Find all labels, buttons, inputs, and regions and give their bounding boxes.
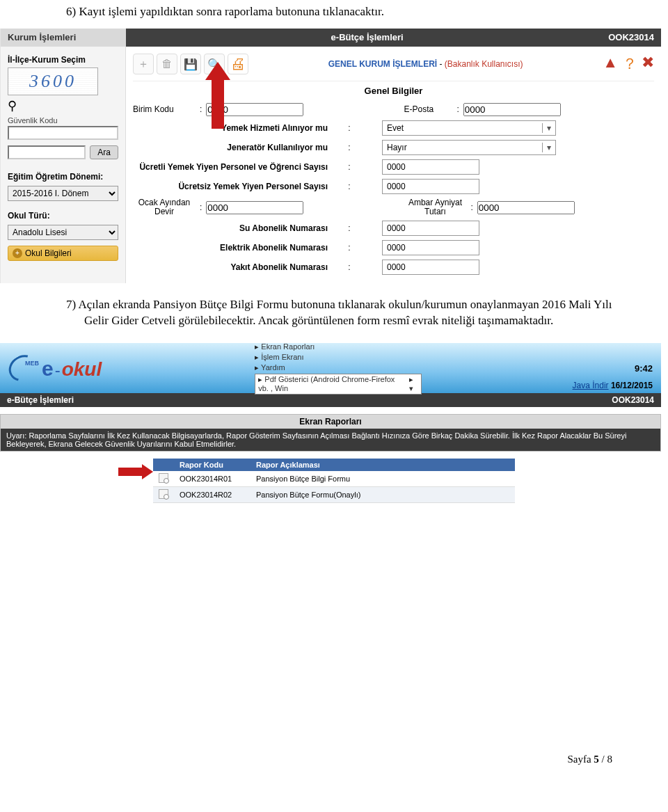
jen-select[interactable]: Hayır▾ bbox=[382, 140, 556, 155]
guvenlik-label: Güvenlik Kodu bbox=[8, 116, 118, 125]
ucretli-label: Ücretli Yemek Yiyen Personel ve Öğrenci … bbox=[133, 162, 342, 172]
cell-rapor-kodu: OOK23014R01 bbox=[174, 471, 250, 487]
help-icon[interactable]: ？ bbox=[622, 54, 637, 74]
birim-label: Birim Kodu bbox=[133, 104, 196, 114]
report-table: Rapor Kodu Rapor Açıklaması OOK23014R01 … bbox=[153, 459, 515, 503]
header-right: OOK23014 bbox=[608, 32, 661, 42]
red-arrow-up bbox=[205, 62, 230, 129]
guvenlik-input[interactable] bbox=[8, 126, 118, 140]
breadcrumb-main: GENEL KURUM İŞLEMLERİ bbox=[328, 59, 437, 69]
link-ekran-raporlari[interactable]: Ekran Raporları bbox=[255, 342, 422, 351]
logo-e: e bbox=[42, 357, 54, 381]
logo-dash: - bbox=[55, 360, 61, 380]
add-icon[interactable]: ＋ bbox=[133, 54, 154, 74]
th-rapor-aciklama: Rapor Açıklaması bbox=[250, 459, 515, 471]
logo-okul: okul bbox=[62, 358, 102, 381]
ambar-input[interactable] bbox=[477, 201, 575, 214]
trash-icon[interactable]: 🗑 bbox=[157, 54, 177, 74]
ucretsiz-label: Ücretsiz Yemek Yiyen Personel Sayısı bbox=[133, 182, 342, 191]
cell-rapor-aciklama: Pansiyon Bütçe Formu(Onaylı) bbox=[250, 487, 515, 503]
pdf-viewer-select[interactable]: Pdf Gösterici (Android Chrome-Firefox vb… bbox=[255, 374, 422, 395]
th-rapor-kodu: Rapor Kodu bbox=[174, 459, 250, 471]
doc-step-7: 7) Açılan ekranda Pansiyon Bütçe Bilgi F… bbox=[0, 293, 668, 337]
ocak-input[interactable] bbox=[206, 201, 303, 214]
warning-icon[interactable]: ▲ bbox=[603, 54, 618, 74]
yemek-label: Yemek Hizmeti Alınıyor mu bbox=[133, 123, 342, 133]
chevron-down-icon: ▾ bbox=[409, 375, 418, 393]
tur-label: Okul Türü: bbox=[8, 211, 118, 221]
content-area: ＋ 🗑 💾 🔍 🖨 GENEL KURUM İŞLEMLERİ - (Bakan… bbox=[126, 47, 661, 283]
table-row[interactable]: OOK23014R01 Pansiyon Bütçe Bilgi Formu bbox=[153, 471, 515, 487]
table-header-row: Rapor Kodu Rapor Açıklaması bbox=[153, 459, 515, 471]
print-icon[interactable]: 🖨 bbox=[228, 54, 248, 74]
header-left: Kurum İşlemleri bbox=[1, 29, 126, 47]
banner-links: Ekran Raporları İşlem Ekranı Yardım Pdf … bbox=[255, 342, 422, 395]
link-yardim[interactable]: Yardım bbox=[255, 363, 422, 372]
time-display: 9:42 bbox=[635, 363, 653, 374]
ara-button[interactable]: Ara bbox=[90, 145, 118, 159]
save-icon[interactable]: 💾 bbox=[180, 54, 201, 74]
search-input[interactable] bbox=[8, 145, 86, 159]
link-islem-ekrani[interactable]: İşlem Ekranı bbox=[255, 353, 422, 362]
cell-rapor-aciklama: Pansiyon Bütçe Bilgi Formu bbox=[250, 471, 515, 487]
yakit-input[interactable] bbox=[382, 260, 479, 275]
chevron-down-icon: ▾ bbox=[542, 143, 551, 152]
sidebar: İl-İlçe-Kurum Seçim 3600 ⚲ Güvenlik Kodu… bbox=[1, 47, 126, 283]
page-number: Sayfa 5 / 8 bbox=[0, 754, 668, 779]
report-icon[interactable] bbox=[159, 489, 168, 499]
report-icon[interactable] bbox=[159, 473, 168, 483]
subheader-right: OOK23014 bbox=[612, 395, 654, 405]
subheader-bar: e-Bütçe İşlemleri OOK23014 bbox=[0, 393, 661, 407]
breadcrumb-sep: - bbox=[437, 59, 445, 69]
java-link-wrap: Java İndir 16/12/2015 bbox=[573, 381, 653, 390]
elektrik-label: Elektrik Abonelik Numarası bbox=[133, 243, 342, 253]
sidebar-secim-label: İl-İlçe-Kurum Seçim bbox=[8, 55, 118, 65]
screenshot-form: Kurum İşlemleri e-Bütçe İşlemleri OOK230… bbox=[0, 29, 661, 283]
screenshot-eokul: MEB e - okul Ekran Raporları İşlem Ekran… bbox=[0, 343, 661, 503]
yakit-label: Yakıt Abonelik Numarası bbox=[133, 262, 342, 272]
captcha-image: 3600 bbox=[8, 67, 98, 95]
elektrik-input[interactable] bbox=[382, 240, 479, 255]
su-input[interactable] bbox=[382, 221, 479, 236]
java-download-link[interactable]: Java İndir bbox=[573, 381, 609, 390]
eokul-logo: MEB e - okul bbox=[8, 356, 102, 381]
accordion-label: Okul Bilgileri bbox=[25, 248, 72, 258]
donem-select[interactable]: 2015-2016 I. Dönem bbox=[8, 186, 118, 201]
su-label: Su Abonelik Numarası bbox=[133, 223, 342, 233]
ambar-label: Ambar Ayniyat Tutarı bbox=[404, 198, 467, 216]
ucretli-input[interactable] bbox=[382, 159, 479, 175]
chevron-down-icon: ▾ bbox=[542, 123, 551, 133]
subheader-left: e-Bütçe İşlemleri bbox=[7, 395, 74, 405]
jen-label: Jeneratör Kullanılıyor mu bbox=[133, 143, 342, 152]
breadcrumb-user: (Bakanlık Kullanıcısı) bbox=[445, 59, 523, 69]
warning-bar: Uyarı: Raporlama Sayfalarını İlk Kez Kul… bbox=[0, 429, 661, 452]
header-center: e-Bütçe İşlemleri bbox=[126, 32, 608, 42]
ocak-label: Ocak Ayından Devir bbox=[133, 198, 196, 216]
red-arrow-right bbox=[118, 464, 153, 479]
refresh-icon[interactable]: ⚲ bbox=[8, 98, 17, 113]
yemek-select[interactable]: Evet▾ bbox=[382, 120, 556, 136]
ucretsiz-input[interactable] bbox=[382, 179, 479, 194]
donem-label: Eğitim Öğretim Dönemi: bbox=[8, 172, 118, 182]
plus-icon: + bbox=[13, 248, 22, 258]
tur-select[interactable]: Anadolu Lisesi bbox=[8, 225, 118, 240]
table-row[interactable]: OOK23014R02 Pansiyon Bütçe Formu(Onaylı) bbox=[153, 487, 515, 503]
doc-step-6: 6) Kayıt işlemi yapıldıktan sonra raporl… bbox=[0, 0, 668, 29]
accordion-okul-bilgileri[interactable]: + Okul Bilgileri bbox=[8, 246, 118, 261]
date-display: 16/12/2015 bbox=[609, 381, 653, 390]
panel-title: Ekran Raporları bbox=[0, 414, 661, 429]
cell-rapor-kodu: OOK23014R02 bbox=[174, 487, 250, 503]
eposta-input[interactable] bbox=[463, 103, 561, 116]
close-icon[interactable]: ✖ bbox=[642, 54, 654, 74]
logo-swoosh-icon bbox=[4, 350, 42, 386]
header-bar: Kurum İşlemleri e-Bütçe İşlemleri OOK230… bbox=[1, 29, 661, 47]
eposta-label: E-Posta bbox=[404, 104, 453, 114]
banner: MEB e - okul Ekran Raporları İşlem Ekran… bbox=[0, 343, 661, 393]
